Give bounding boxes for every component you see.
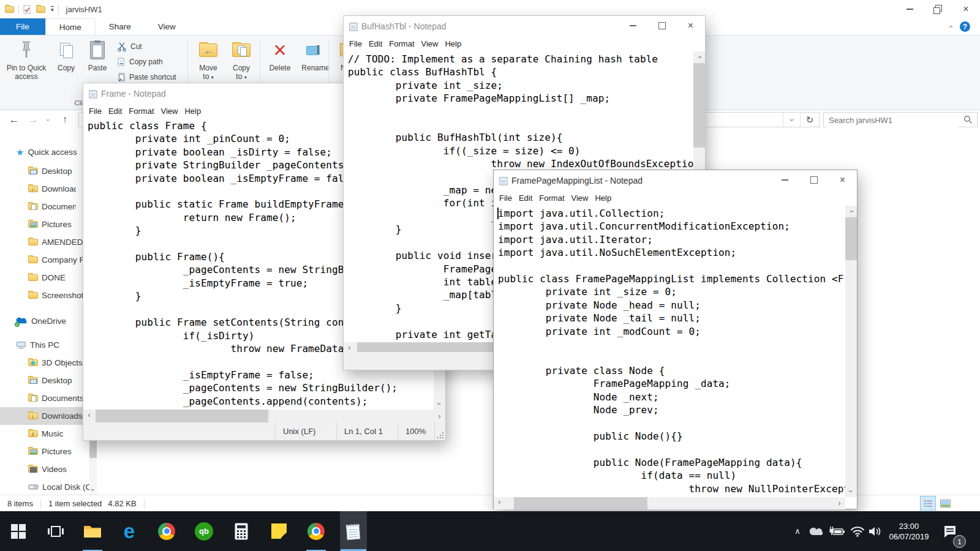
paste-shortcut-button[interactable]: Paste shortcut bbox=[118, 71, 176, 83]
selection-size: 4.82 KB bbox=[108, 499, 136, 508]
qat-new-folder-icon[interactable] bbox=[36, 6, 45, 13]
up-icon[interactable]: ↑ bbox=[56, 110, 74, 130]
tray-onedrive[interactable] bbox=[807, 511, 826, 551]
recent-locations-icon[interactable]: › bbox=[39, 113, 58, 127]
minimize-button[interactable] bbox=[771, 170, 799, 190]
refresh-icon[interactable]: ↻ bbox=[800, 113, 819, 127]
scroll-down-icon[interactable]: › bbox=[434, 398, 445, 410]
maximize-button[interactable] bbox=[647, 16, 676, 36]
tray-hidden-icons-chevron[interactable]: ∧ bbox=[790, 511, 805, 551]
close-button[interactable]: × bbox=[952, 0, 980, 18]
delete-button[interactable]: × Delete bbox=[263, 39, 296, 72]
resize-grip[interactable] bbox=[434, 422, 445, 440]
taskbar-edge[interactable]: e bbox=[116, 511, 143, 551]
menu-file[interactable]: File bbox=[499, 193, 512, 203]
menu-file[interactable]: File bbox=[89, 107, 102, 116]
ribbon-collapse-icon[interactable]: › bbox=[945, 25, 954, 28]
maximize-button[interactable] bbox=[799, 170, 828, 190]
scrollbar-thumb[interactable] bbox=[96, 410, 268, 422]
menu-edit[interactable]: Edit bbox=[108, 107, 122, 116]
taskbar-sticky-notes[interactable] bbox=[265, 511, 292, 551]
menu-help[interactable]: Help bbox=[595, 193, 611, 203]
taskbar-file-explorer[interactable] bbox=[79, 511, 106, 551]
minimize-button[interactable] bbox=[895, 0, 924, 18]
folder-icon bbox=[28, 239, 38, 246]
task-view-button[interactable] bbox=[42, 511, 69, 551]
tray-battery[interactable] bbox=[827, 511, 846, 551]
maximize-icon bbox=[810, 176, 818, 184]
start-button[interactable] bbox=[5, 511, 32, 551]
scroll-left-icon[interactable]: › bbox=[83, 410, 95, 422]
tab-home[interactable]: Home bbox=[45, 18, 96, 35]
bufhashtbl-titlebar[interactable]: BufHashTbl - Notepad × bbox=[344, 16, 705, 37]
scrollbar-down-icon[interactable]: › bbox=[89, 486, 97, 493]
move-to-button[interactable]: ← Move to ▾ bbox=[192, 39, 224, 82]
copy-path-icon bbox=[118, 58, 126, 67]
scrollbar-thumb[interactable] bbox=[514, 497, 647, 509]
menu-format[interactable]: Format bbox=[539, 193, 564, 203]
sidebar-item-local-disk[interactable]: Local Disk (C bbox=[0, 478, 118, 496]
qat-properties-icon[interactable] bbox=[23, 5, 31, 14]
search-input[interactable] bbox=[827, 113, 959, 127]
fpml-horizontal-scrollbar[interactable]: › › bbox=[494, 497, 845, 509]
menu-view[interactable]: View bbox=[421, 39, 439, 48]
qat-separator bbox=[18, 5, 19, 14]
taskbar-chrome-1[interactable] bbox=[153, 511, 180, 551]
scroll-right-icon[interactable]: › bbox=[434, 410, 445, 422]
paste-button[interactable]: Paste bbox=[82, 39, 113, 72]
fpml-titlebar[interactable]: FramePageMappingList - Notepad × bbox=[494, 170, 857, 191]
fpml-code[interactable]: import java.util.Collection; import java… bbox=[494, 206, 845, 497]
copy-path-button[interactable]: Copy path bbox=[118, 56, 163, 68]
close-button[interactable]: × bbox=[828, 170, 857, 190]
taskbar-quickbooks[interactable]: qb bbox=[190, 511, 217, 551]
cut-button[interactable]: Cut bbox=[118, 40, 142, 53]
scrollbar-thumb[interactable] bbox=[693, 63, 705, 148]
help-icon[interactable]: ? bbox=[960, 21, 970, 32]
menu-file[interactable]: File bbox=[349, 39, 362, 48]
menu-view[interactable]: View bbox=[161, 107, 178, 116]
tray-wifi[interactable] bbox=[848, 511, 867, 551]
sidebar-label: Documents bbox=[42, 202, 76, 211]
scroll-left-icon[interactable]: › bbox=[494, 497, 505, 509]
menu-edit[interactable]: Edit bbox=[369, 39, 382, 48]
copy-to-button[interactable]: Copy to ▾ bbox=[225, 39, 257, 82]
sidebar-item-pictures[interactable]: Pictures bbox=[0, 443, 118, 460]
restore-button[interactable] bbox=[924, 0, 952, 18]
details-view-button[interactable] bbox=[920, 496, 936, 511]
menu-help[interactable]: Help bbox=[184, 107, 201, 116]
tab-view[interactable]: View bbox=[145, 18, 189, 35]
menu-format[interactable]: Format bbox=[129, 107, 154, 116]
taskbar-calculator[interactable] bbox=[228, 511, 255, 551]
menu-help[interactable]: Help bbox=[445, 39, 461, 48]
back-icon[interactable]: ← bbox=[5, 110, 23, 130]
explorer-window-icon bbox=[5, 6, 14, 13]
large-icons-view-button[interactable] bbox=[937, 496, 953, 511]
fpml-vertical-scrollbar[interactable]: › › bbox=[845, 206, 857, 497]
qat-customize-icon[interactable]: ▾ bbox=[51, 6, 54, 12]
pin-to-quick-access-button[interactable]: Pin to Quick access bbox=[2, 39, 50, 81]
scrollbar-thumb[interactable] bbox=[89, 440, 97, 458]
sidebar-item-videos[interactable]: Videos bbox=[0, 460, 118, 478]
tab-share[interactable]: Share bbox=[96, 18, 145, 35]
frame-horizontal-scrollbar[interactable]: › › bbox=[83, 410, 445, 422]
address-dropdown-icon[interactable]: › bbox=[783, 113, 801, 127]
menu-format[interactable]: Format bbox=[389, 39, 414, 48]
scroll-up-icon[interactable]: › bbox=[845, 206, 857, 217]
tray-clock[interactable]: 23:00 06/07/2019 bbox=[880, 511, 938, 551]
frame-statusbar: Unix (LF) Ln 1, Col 1 100% bbox=[83, 422, 445, 440]
scroll-right-icon[interactable]: › bbox=[834, 497, 845, 509]
scroll-up-icon[interactable]: › bbox=[693, 51, 705, 63]
taskbar-chrome-2[interactable] bbox=[303, 511, 330, 551]
scroll-down-icon[interactable]: › bbox=[845, 485, 857, 497]
copy-button[interactable]: Copy bbox=[51, 39, 81, 72]
menu-view[interactable]: View bbox=[571, 193, 589, 203]
menu-edit[interactable]: Edit bbox=[519, 193, 532, 203]
fpml-text-area[interactable]: import java.util.Collection; import java… bbox=[494, 206, 845, 497]
minimize-button[interactable] bbox=[619, 16, 647, 36]
taskbar-notepad-active[interactable] bbox=[340, 511, 367, 551]
search-icon[interactable] bbox=[963, 115, 973, 124]
close-icon: × bbox=[963, 4, 968, 15]
tab-file[interactable]: File bbox=[0, 18, 45, 35]
close-button[interactable]: × bbox=[676, 16, 705, 36]
scrollbar-thumb[interactable] bbox=[845, 217, 857, 260]
